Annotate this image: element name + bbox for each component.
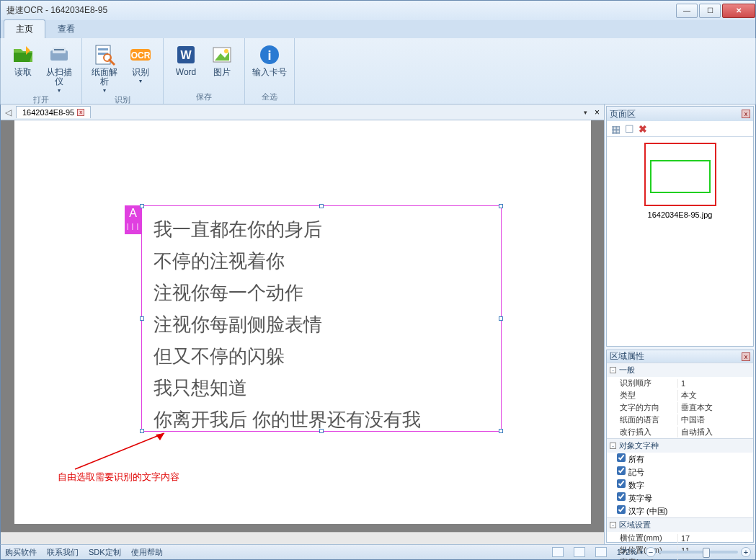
selection-tag: A| | | xyxy=(125,205,142,234)
horizontal-scrollbar[interactable] xyxy=(1,532,604,544)
scanner-button[interactable]: 从扫描仪 ▾ xyxy=(43,41,76,94)
read-button[interactable]: 读取 xyxy=(6,41,40,94)
doc-tab-menu[interactable]: ▾ xyxy=(581,109,590,116)
status-buy[interactable]: 购买软件 xyxy=(5,547,37,558)
zoom-out-button[interactable]: − xyxy=(646,547,656,557)
svg-rect-2 xyxy=(54,49,64,50)
parse-button[interactable]: 纸面解析 ▾ xyxy=(88,41,121,94)
doc-tab-close-all[interactable]: × xyxy=(595,107,600,117)
canvas-scroll[interactable]: A| | | 我一直都在你的身后 不停的注视着你 注视你每一个动作 注视你每副侧… xyxy=(1,120,604,532)
view-mode-2-icon[interactable] xyxy=(574,547,585,557)
word-button[interactable]: W Word xyxy=(169,41,203,92)
svg-text:W: W xyxy=(180,49,192,61)
status-help[interactable]: 使用帮助 xyxy=(131,547,163,558)
status-sdk[interactable]: SDK定制 xyxy=(89,547,121,558)
ocr-button[interactable]: OCR 识别 ▾ xyxy=(124,41,157,94)
status-contact[interactable]: 联系我们 xyxy=(47,547,79,558)
info-icon: i xyxy=(258,43,281,66)
word-icon: W xyxy=(174,43,197,66)
annotation-text: 自由选取需要识别的文字内容 xyxy=(58,471,179,484)
minimize-button[interactable]: — xyxy=(676,4,698,18)
thumb-grid-icon[interactable]: ▦ xyxy=(611,123,621,135)
chevron-down-icon: ▾ xyxy=(139,78,142,84)
svg-text:i: i xyxy=(267,48,271,63)
chevron-down-icon: ▾ xyxy=(103,87,106,94)
page-thumbnail[interactable]: 1642034E8-95.jpg xyxy=(644,143,716,219)
view-mode-3-icon[interactable] xyxy=(595,547,607,557)
page: A| | | 我一直都在你的身后 不停的注视着你 注视你每一个动作 注视你每副侧… xyxy=(14,120,591,524)
svg-point-13 xyxy=(224,49,228,53)
chk-alpha xyxy=(617,492,626,501)
panel-close-icon[interactable]: x xyxy=(742,352,750,361)
image-icon xyxy=(210,43,234,66)
page-panel-header: 页面区 x xyxy=(607,107,753,121)
zoom-control: 172% ▾ − + xyxy=(617,547,751,557)
folder-arrow-icon xyxy=(12,43,35,66)
svg-rect-4 xyxy=(98,48,108,50)
annotation-arrow-icon xyxy=(71,430,172,474)
zoom-value: 172% xyxy=(617,548,637,556)
zoom-slider[interactable] xyxy=(659,551,738,554)
tab-prev-icon[interactable]: ◁ xyxy=(5,107,12,117)
ocr-icon: OCR xyxy=(129,43,152,66)
ribbon: 读取 从扫描仪 ▾ 打开 纸面解析 ▾ OCR 识别 ▾ 识别 xyxy=(0,38,756,105)
panel-close-icon[interactable]: x xyxy=(742,110,750,118)
chk-all xyxy=(617,453,626,462)
image-button[interactable]: 图片 xyxy=(205,41,239,92)
svg-line-16 xyxy=(75,433,164,469)
ribbon-tabs: 主页 查看 xyxy=(0,20,756,38)
prop-section-region[interactable]: -区域设置 xyxy=(607,518,753,532)
scanner-icon xyxy=(48,43,71,66)
prop-section-general[interactable]: -一般 xyxy=(607,363,753,377)
thumb-toolbar: ▦ ☐ ✖ xyxy=(607,121,753,137)
tab-home[interactable]: 主页 xyxy=(4,19,45,38)
svg-text:OCR: OCR xyxy=(131,50,151,61)
maximize-button[interactable]: ☐ xyxy=(699,4,721,18)
document-tabbar: ◁ 1642034E8-95 x ▾ × xyxy=(1,105,604,120)
tab-view[interactable]: 查看 xyxy=(45,19,87,38)
property-grid: -一般 识别顺序1 类型本文 文字的方向垂直本文 纸面的语言中国语 改行插入自动… xyxy=(607,363,753,560)
selection-text: 我一直都在你的身后 不停的注视着你 注视你每一个动作 注视你每副侧脸表情 但又不… xyxy=(142,206,501,443)
thumb-list-icon[interactable]: ☐ xyxy=(625,123,634,135)
chk-symbol xyxy=(617,466,626,475)
doc-close-icon[interactable]: x xyxy=(77,109,84,116)
chk-cjk xyxy=(617,505,626,514)
svg-marker-17 xyxy=(156,433,164,440)
window-title: 捷速OCR - 1642034E8-95 xyxy=(6,4,675,17)
document-tab[interactable]: 1642034E8-95 x xyxy=(16,106,91,118)
card-button[interactable]: i 输入卡号 xyxy=(251,41,288,92)
chevron-down-icon: ▾ xyxy=(58,87,61,94)
prop-section-charset[interactable]: -对象文字种 xyxy=(607,439,753,453)
close-button[interactable]: ✕ xyxy=(722,4,755,18)
prop-panel-header: 区域属性 x xyxy=(607,350,753,363)
zoom-in-button[interactable]: + xyxy=(741,547,751,557)
chevron-down-icon[interactable]: ▾ xyxy=(640,549,643,556)
window-titlebar: 捷速OCR - 1642034E8-95 — ☐ ✕ xyxy=(0,0,756,20)
selection-box[interactable]: A| | | 我一直都在你的身后 不停的注视着你 注视你每一个动作 注视你每副侧… xyxy=(141,205,502,432)
page-parse-icon xyxy=(93,43,116,66)
chk-digit xyxy=(617,479,626,488)
thumb-delete-icon[interactable]: ✖ xyxy=(639,123,647,135)
view-mode-1-icon[interactable] xyxy=(552,547,564,557)
